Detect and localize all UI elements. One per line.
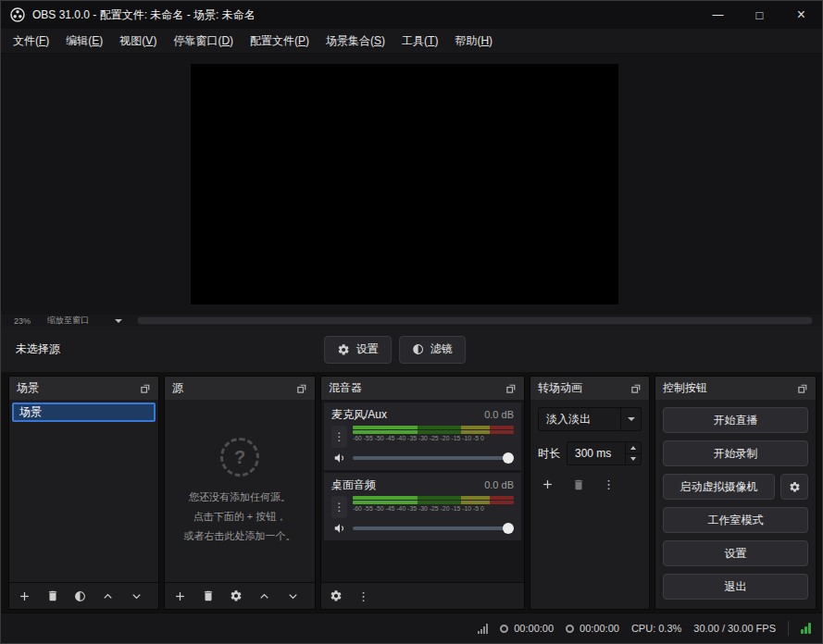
scene-filters-button[interactable] — [74, 590, 86, 602]
mixer-panel: 混音器 麦克风/Aux 0.0 dB ⋮ — [320, 376, 525, 610]
slider-handle[interactable] — [503, 523, 514, 534]
audio-meter-left — [353, 426, 514, 429]
mixer-options-button[interactable]: ⋮ — [357, 590, 369, 602]
remove-scene-button[interactable] — [46, 589, 59, 602]
transitions-actions: ⋮ — [538, 477, 642, 491]
close-button[interactable]: × — [780, 1, 822, 29]
channel-name: 桌面音频 — [331, 477, 376, 493]
advanced-audio-button[interactable] — [330, 589, 343, 602]
dock-area: 场景 场景 源 — [1, 373, 822, 613]
popout-icon[interactable] — [296, 383, 307, 394]
channel-db-value: 0.0 dB — [484, 409, 514, 420]
spin-down-button[interactable] — [626, 454, 641, 465]
source-properties-icon-button[interactable] — [230, 589, 243, 602]
source-filters-button[interactable]: 滤镜 — [399, 336, 466, 364]
scene-list[interactable]: 场景 — [9, 400, 158, 582]
slider-handle[interactable] — [503, 452, 514, 464]
transition-options-button[interactable]: ⋮ — [603, 477, 615, 491]
move-scene-up-button[interactable] — [101, 589, 115, 603]
window-title: OBS 31.0.0 - 配置文件: 未命名 - 场景: 未命名 — [32, 7, 256, 23]
controls-panel: 控制按钮 开始直播 开始录制 启动虚拟摄像机 工作室模式 设置 — [655, 376, 817, 610]
duration-spinbox[interactable]: 300 ms — [567, 441, 642, 465]
popout-icon[interactable] — [140, 383, 151, 394]
move-source-down-button[interactable] — [286, 589, 300, 603]
move-source-up-button[interactable] — [257, 589, 271, 603]
menu-scene-collection[interactable]: 场景集合(S) — [318, 29, 393, 53]
filter-icon — [412, 343, 424, 355]
transition-select[interactable]: 淡入淡出 — [538, 407, 642, 431]
preview-canvas[interactable] — [191, 64, 618, 304]
menu-help[interactable]: 帮助(H) — [446, 29, 501, 53]
audio-meter-right — [353, 501, 514, 504]
mute-button[interactable] — [331, 522, 347, 535]
channel-options-button[interactable]: ⋮ — [331, 426, 347, 448]
studio-mode-button[interactable]: 工作室模式 — [663, 507, 808, 533]
spin-up-button[interactable] — [626, 442, 641, 454]
chevron-down-icon — [115, 319, 122, 323]
popout-icon[interactable] — [505, 383, 517, 394]
empty-hint-line: 点击下面的 + 按钮， — [193, 509, 287, 525]
transitions-panel-header[interactable]: 转场动画 — [530, 377, 649, 400]
remove-source-button[interactable] — [202, 589, 215, 602]
preview-hscrollbar[interactable] — [137, 316, 813, 325]
gear-icon — [337, 343, 350, 356]
mixer-panel-header[interactable]: 混音器 — [321, 377, 524, 400]
add-source-button[interactable] — [173, 589, 187, 603]
scenes-panel-header[interactable]: 场景 — [9, 377, 158, 400]
volume-slider[interactable] — [353, 452, 514, 464]
transition-selected-value: 淡入淡出 — [539, 412, 620, 427]
minimize-button[interactable]: — — [697, 1, 739, 29]
menu-file[interactable]: 文件(F) — [5, 29, 57, 53]
channel-db-value: 0.0 dB — [484, 479, 514, 490]
start-streaming-button[interactable]: 开始直播 — [663, 407, 808, 433]
zoom-fit-dropdown[interactable]: 缩放至窗口 — [44, 315, 126, 327]
source-context-toolbar: 未选择源 设置 滤镜 — [1, 327, 822, 373]
add-scene-button[interactable] — [18, 589, 31, 603]
menu-docks[interactable]: 停靠窗口(D) — [165, 29, 242, 53]
popout-icon[interactable] — [797, 383, 808, 394]
scenes-panel: 场景 场景 — [8, 376, 159, 610]
mixer-channel-mic: 麦克风/Aux 0.0 dB ⋮ -60 -55 -50 -45 -40 -35… — [324, 402, 521, 470]
audio-meter-right — [353, 430, 514, 434]
mute-button[interactable] — [331, 452, 347, 464]
menu-tools[interactable]: 工具(T) — [393, 29, 446, 53]
stream-indicator-icon — [566, 625, 574, 633]
duration-label: 时长 — [538, 446, 560, 462]
settings-button[interactable]: 设置 — [663, 540, 808, 566]
menu-view[interactable]: 视图(V) — [111, 29, 165, 53]
start-recording-button[interactable]: 开始录制 — [663, 440, 808, 466]
transitions-panel: 转场动画 淡入淡出 时长 300 ms — [530, 376, 650, 610]
scrollbar-thumb[interactable] — [138, 317, 812, 324]
preview-area[interactable] — [1, 54, 822, 315]
gear-icon — [789, 481, 801, 493]
channel-options-button[interactable]: ⋮ — [331, 496, 347, 518]
remove-transition-button[interactable] — [572, 478, 585, 491]
scene-item-selected[interactable]: 场景 — [12, 402, 156, 422]
add-transition-button[interactable] — [541, 477, 555, 491]
preview-zoom-row: 23% 缩放至窗口 — [1, 315, 822, 327]
exit-button[interactable]: 退出 — [663, 574, 808, 600]
start-virtual-camera-button[interactable]: 启动虚拟摄像机 — [663, 474, 775, 500]
panel-title: 控制按钮 — [663, 380, 707, 396]
kbps-bars-icon — [478, 624, 488, 634]
source-context-buttons: 设置 滤镜 — [324, 336, 466, 364]
virtual-camera-settings-button[interactable] — [780, 474, 808, 500]
move-scene-down-button[interactable] — [130, 589, 143, 603]
meter-scale: -60 -55 -50 -45 -40 -35 -30 -25 -20 -15 … — [353, 505, 511, 512]
controls-panel-header[interactable]: 控制按钮 — [655, 377, 816, 400]
recording-time-group: 00:00:00 — [500, 623, 554, 634]
menu-profile[interactable]: 配置文件(P) — [242, 29, 318, 53]
duration-value: 300 ms — [567, 442, 625, 464]
maximize-button[interactable]: □ — [739, 1, 780, 29]
volume-slider[interactable] — [353, 522, 514, 535]
source-properties-button[interactable]: 设置 — [324, 336, 392, 364]
menu-edit[interactable]: 编辑(E) — [57, 29, 111, 53]
sources-panel-header[interactable]: 源 — [165, 377, 315, 400]
dropdown-arrow-box — [620, 408, 641, 430]
sources-empty-state[interactable]: ? 您还没有添加任何源。 点击下面的 + 按钮， 或者右击此处添加一个。 — [165, 400, 315, 582]
stream-time-group: 00:00:00 — [566, 623, 619, 634]
popout-icon[interactable] — [630, 383, 642, 394]
question-mark-icon: ? — [220, 438, 259, 477]
menubar: 文件(F) 编辑(E) 视图(V) 停靠窗口(D) 配置文件(P) 场景集合(S… — [1, 29, 822, 54]
statusbar-separator — [788, 621, 789, 636]
